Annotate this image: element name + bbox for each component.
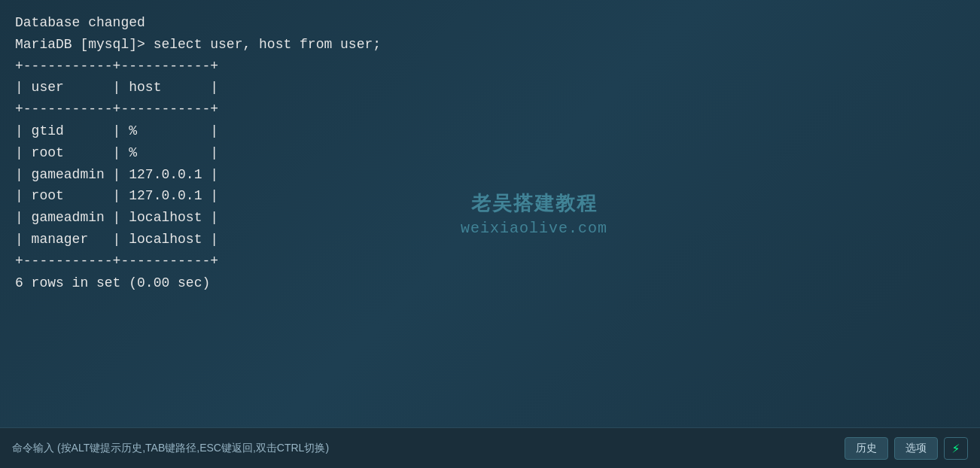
lightning-icon: ⚡ <box>952 440 960 457</box>
terminal-area: Database changed MariaDB [mysql]> select… <box>0 0 980 427</box>
lightning-button[interactable]: ⚡ <box>944 437 968 460</box>
table-header: | user | host | <box>15 80 218 95</box>
command-input-area[interactable]: 命令输入 (按ALT键提示历史,TAB键路径,ESC键返回,双击CTRL切换) <box>12 442 837 455</box>
table-row-5: | gameadmin | localhost | <box>15 210 218 225</box>
bottom-buttons: 历史 选项 ⚡ <box>845 437 968 460</box>
table-row-3: | gameadmin | 127.0.0.1 | <box>15 167 218 182</box>
terminal-output: Database changed MariaDB [mysql]> select… <box>15 12 965 293</box>
command-input-label: 命令输入 (按ALT键提示历史,TAB键路径,ESC键返回,双击CTRL切换) <box>12 442 329 455</box>
history-button[interactable]: 历史 <box>845 437 888 460</box>
table-top-border: +-----------+-----------+ <box>15 59 218 74</box>
db-changed-line: Database changed <box>15 15 145 30</box>
table-sep: +-----------+-----------+ <box>15 102 218 117</box>
table-row-2: | root | % | <box>15 145 218 160</box>
table-row-1: | gtid | % | <box>15 123 218 138</box>
command-line: MariaDB [mysql]> select user, host from … <box>15 37 381 52</box>
table-bottom-border: +-----------+-----------+ <box>15 254 218 269</box>
bottom-bar: 命令输入 (按ALT键提示历史,TAB键路径,ESC键返回,双击CTRL切换) … <box>0 427 980 468</box>
table-row-6: | manager | localhost | <box>15 232 218 247</box>
options-button[interactable]: 选项 <box>894 437 938 460</box>
table-row-4: | root | 127.0.0.1 | <box>15 188 218 203</box>
row-count: 6 rows in set (0.00 sec) <box>15 275 210 290</box>
